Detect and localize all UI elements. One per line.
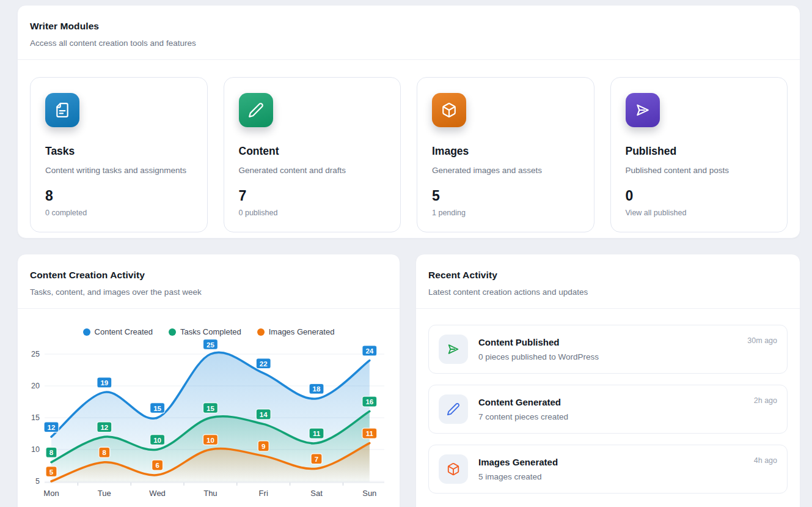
svg-text:10: 10: [207, 437, 214, 444]
writer-modules-subtitle: Access all content creation tools and fe…: [30, 39, 788, 48]
module-card-published[interactable]: Published Published content and posts 0 …: [610, 77, 788, 232]
svg-text:12: 12: [48, 424, 56, 431]
activity-item-timestamp: 2h ago: [754, 396, 777, 405]
module-count: 8: [45, 188, 192, 204]
svg-text:10: 10: [153, 437, 161, 444]
legend-item[interactable]: Content Created: [83, 327, 153, 336]
svg-text:16: 16: [365, 398, 373, 405]
activity-item-timestamp: 4h ago: [754, 456, 777, 465]
recent-activity-panel: Recent Activity Latest content creation …: [415, 254, 800, 507]
activity-line-chart[interactable]: 252015105MonTueWedThuFriSatSun1219152522…: [21, 338, 397, 505]
writer-modules-title: Writer Modules: [30, 21, 788, 32]
svg-text:Thu: Thu: [203, 489, 217, 498]
activity-item-description: 0 pieces published to WordPress: [478, 352, 737, 361]
cube-icon: [439, 454, 468, 484]
svg-text:8: 8: [103, 449, 107, 456]
activity-item-content-generated[interactable]: Content Generated 7 content pieces creat…: [428, 385, 788, 434]
chart-body: Content CreatedTasks CompletedImages Gen…: [18, 309, 400, 507]
module-substat: 0 completed: [45, 209, 192, 217]
module-title: Published: [626, 145, 773, 158]
activity-item-title: Images Generated: [478, 457, 744, 467]
pencil-icon: [239, 93, 273, 127]
svg-text:14: 14: [260, 411, 268, 418]
module-description: Content writing tasks and assignments: [45, 166, 192, 175]
svg-text:15: 15: [153, 405, 161, 412]
svg-text:11: 11: [366, 430, 374, 437]
module-title: Tasks: [45, 145, 192, 158]
svg-text:Fri: Fri: [259, 489, 268, 498]
svg-text:20: 20: [31, 382, 40, 390]
legend-dot: [257, 328, 265, 336]
module-description: Generated images and assets: [432, 166, 579, 175]
chart-panel-title: Content Creation Activity: [30, 270, 387, 281]
svg-text:24: 24: [365, 347, 373, 355]
legend-dot: [169, 328, 176, 336]
module-substat: 1 pending: [432, 209, 579, 217]
svg-text:7: 7: [315, 456, 318, 463]
legend-item[interactable]: Images Generated: [257, 327, 335, 336]
svg-text:25: 25: [207, 341, 214, 349]
activity-item-title: Content Generated: [478, 397, 744, 407]
svg-text:Tue: Tue: [98, 489, 111, 498]
activity-item-description: 5 images created: [478, 472, 744, 481]
svg-text:15: 15: [207, 405, 214, 412]
svg-text:19: 19: [100, 379, 108, 387]
send-icon: [626, 93, 660, 127]
module-substat: View all published: [626, 209, 773, 217]
svg-text:Wed: Wed: [149, 489, 166, 498]
activity-item-images-generated[interactable]: Images Generated 5 images created 4h ago: [428, 445, 788, 494]
writer-modules-header: Writer Modules Access all content creati…: [18, 6, 800, 60]
module-card-images[interactable]: Images Generated images and assets 5 1 p…: [417, 77, 594, 232]
activity-list: Content Published 0 pieces published to …: [416, 309, 800, 507]
legend-label: Images Generated: [269, 327, 335, 336]
cube-icon: [432, 93, 466, 127]
legend-label: Tasks Completed: [180, 327, 241, 336]
module-title: Content: [239, 145, 386, 158]
svg-text:11: 11: [313, 430, 321, 437]
svg-text:18: 18: [313, 385, 321, 393]
svg-text:5: 5: [35, 477, 40, 486]
svg-text:Mon: Mon: [43, 489, 59, 498]
file-text-icon: [45, 93, 79, 127]
module-description: Generated content and drafts: [239, 166, 386, 175]
chart-legend: Content CreatedTasks CompletedImages Gen…: [21, 327, 396, 336]
module-count: 7: [239, 188, 386, 204]
send-icon: [439, 335, 468, 364]
module-description: Published content and posts: [626, 166, 773, 175]
svg-text:22: 22: [260, 360, 268, 368]
chart-panel-subtitle: Tasks, content, and images over the past…: [30, 287, 387, 297]
module-count: 5: [432, 188, 579, 204]
svg-text:25: 25: [31, 350, 40, 358]
recent-activity-subtitle: Latest content creation actions and upda…: [428, 287, 788, 297]
svg-text:8: 8: [49, 449, 54, 456]
module-card-content[interactable]: Content Generated content and drafts 7 0…: [224, 77, 401, 232]
module-count: 0: [626, 188, 773, 204]
module-substat: 0 published: [239, 209, 386, 217]
legend-dot: [83, 328, 90, 336]
legend-label: Content Created: [95, 327, 153, 336]
content-creation-activity-panel: Content Creation Activity Tasks, content…: [17, 254, 400, 507]
svg-text:5: 5: [49, 468, 54, 476]
module-card-tasks[interactable]: Tasks Content writing tasks and assignme…: [30, 77, 208, 232]
svg-text:10: 10: [31, 445, 40, 454]
activity-item-title: Content Published: [478, 337, 737, 347]
legend-item[interactable]: Tasks Completed: [169, 327, 241, 336]
svg-text:Sun: Sun: [362, 489, 376, 498]
svg-text:15: 15: [31, 413, 40, 422]
module-cards-row: Tasks Content writing tasks and assignme…: [18, 60, 800, 239]
pencil-icon: [439, 394, 468, 424]
svg-text:9: 9: [262, 443, 265, 450]
svg-text:Sat: Sat: [310, 489, 323, 498]
svg-text:6: 6: [155, 462, 159, 469]
writer-modules-panel: Writer Modules Access all content creati…: [17, 5, 800, 239]
recent-activity-header: Recent Activity Latest content creation …: [416, 254, 800, 309]
activity-item-content-published[interactable]: Content Published 0 pieces published to …: [428, 325, 788, 374]
recent-activity-title: Recent Activity: [428, 270, 788, 281]
activity-item-description: 7 content pieces created: [478, 412, 744, 421]
activity-item-timestamp: 30m ago: [747, 336, 777, 345]
chart-panel-header: Content Creation Activity Tasks, content…: [18, 254, 400, 309]
svg-text:12: 12: [100, 424, 108, 431]
module-title: Images: [432, 145, 579, 158]
